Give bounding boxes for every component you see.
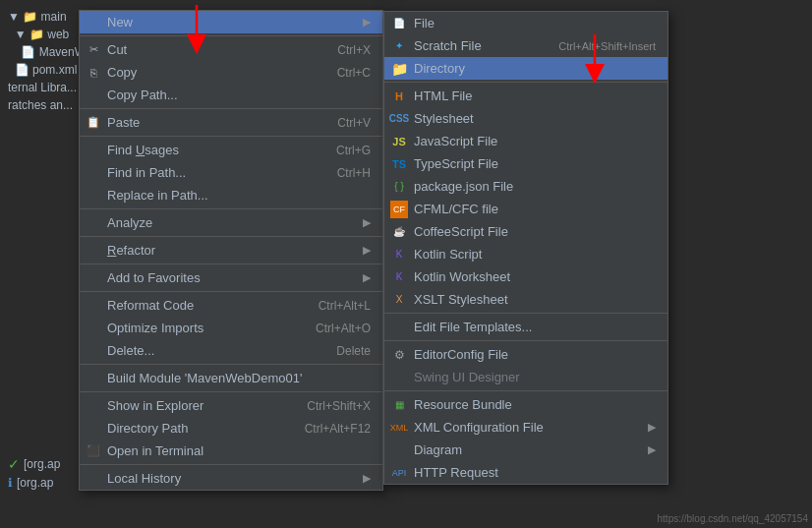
- submenu-cfml-label: CFML/CFC file: [414, 202, 656, 216]
- submenu-coffee-label: CoffeeScript File: [414, 224, 656, 239]
- http-icon: API: [390, 464, 408, 482]
- submenu-pkg-label: package.json File: [414, 179, 656, 194]
- info-icon: ℹ: [8, 476, 13, 490]
- submenu-item-kotlin-ws[interactable]: K Kotlin Worksheet: [384, 265, 667, 288]
- menu-item-find-path[interactable]: Find in Path... Ctrl+H: [80, 161, 382, 184]
- menu-copy-path-label: Copy Path...: [107, 88, 371, 102]
- submenu-item-scratch[interactable]: ✦ Scratch File Ctrl+Alt+Shift+Insert: [384, 34, 667, 57]
- submenu-item-pkg[interactable]: { } package.json File: [384, 175, 667, 198]
- menu-item-new[interactable]: New ▶: [80, 11, 382, 33]
- file-icon: 📄: [390, 15, 408, 32]
- menu-show-explorer-shortcut: Ctrl+Shift+X: [307, 399, 371, 413]
- menu-item-dir-path[interactable]: Directory Path Ctrl+Alt+F12: [80, 417, 382, 440]
- submenu-item-edit-templates[interactable]: Edit File Templates...: [384, 316, 667, 338]
- coffee-icon: ☕: [390, 223, 408, 241]
- submenu-editorconfig-label: EditorConfig File: [414, 347, 656, 362]
- submenu-item-xml-config[interactable]: XML XML Configuration File ▶: [384, 416, 667, 439]
- editorconfig-icon: ⚙: [390, 346, 408, 364]
- menu-sep-7: [80, 291, 382, 292]
- scratch-icon: ✦: [390, 37, 408, 55]
- submenu-kotlin-label: Kotlin Script: [414, 247, 656, 262]
- menu-find-path-shortcut: Ctrl+H: [337, 166, 371, 180]
- menu-item-find-usages[interactable]: Find Usages Ctrl+G: [80, 139, 382, 161]
- menu-sep-5: [80, 236, 382, 237]
- menu-open-terminal-label: Open in Terminal: [107, 443, 371, 458]
- submenu-scratch-label: Scratch File: [414, 38, 558, 53]
- submenu-js-label: JavaScript File: [414, 134, 656, 148]
- menu-item-analyze[interactable]: Analyze ▶: [80, 211, 382, 234]
- submenu-diagram-arrow: ▶: [648, 443, 656, 456]
- menu-item-paste[interactable]: 📋 Paste Ctrl+V: [80, 111, 382, 134]
- menu-item-build-module[interactable]: Build Module 'MavenWebDemo01': [80, 367, 382, 389]
- xslt-icon: X: [390, 291, 408, 309]
- menu-find-path-label: Find in Path...: [107, 165, 318, 180]
- menu-item-delete[interactable]: Delete... Delete: [80, 339, 382, 362]
- menu-item-refactor[interactable]: Refactor ▶: [80, 239, 382, 262]
- menu-add-favorites-arrow: ▶: [363, 271, 371, 284]
- terminal-icon: ⬛: [86, 443, 101, 459]
- menu-dir-path-label: Directory Path: [107, 421, 285, 436]
- menu-item-replace-path[interactable]: Replace in Path...: [80, 184, 382, 206]
- checkmark-icon: ✓: [8, 456, 20, 472]
- watermark-text: https://blog.csdn.net/qq_42057154: [658, 513, 808, 524]
- submenu-item-ts[interactable]: TS TypeScript File: [384, 152, 667, 175]
- menu-show-explorer-label: Show in Explorer: [107, 398, 287, 413]
- kotlin-icon: K: [390, 246, 408, 264]
- directory-icon: 📁: [390, 60, 408, 78]
- menu-new-label: New: [107, 15, 355, 29]
- submenu-sep-1: [384, 82, 667, 83]
- menu-item-local-history[interactable]: Local History ▶: [80, 467, 382, 490]
- menu-replace-path-label: Replace in Path...: [107, 188, 371, 203]
- menu-sep-6: [80, 264, 382, 264]
- menu-sep-1: [80, 35, 382, 36]
- menu-optimize-label: Optimize Imports: [107, 321, 296, 335]
- resource-icon: ▦: [390, 396, 408, 414]
- submenu-item-xslt[interactable]: X XSLT Stylesheet: [384, 288, 667, 311]
- menu-item-show-explorer[interactable]: Show in Explorer Ctrl+Shift+X: [80, 394, 382, 417]
- submenu-resource-label: Resource Bundle: [414, 397, 656, 412]
- menu-item-copy-path[interactable]: Copy Path...: [80, 84, 382, 106]
- submenu-item-diagram[interactable]: Diagram ▶: [384, 439, 667, 461]
- menu-local-history-arrow: ▶: [363, 472, 371, 485]
- menu-item-cut[interactable]: ✂ Cut Ctrl+X: [80, 38, 382, 61]
- submenu-item-kotlin[interactable]: K Kotlin Script: [384, 243, 667, 265]
- submenu-item-coffee[interactable]: ☕ CoffeeScript File: [384, 220, 667, 243]
- menu-build-module-label: Build Module 'MavenWebDemo01': [107, 371, 371, 385]
- submenu-item-http[interactable]: API HTTP Request: [384, 461, 667, 484]
- menu-cut-shortcut: Ctrl+X: [337, 43, 371, 57]
- cut-icon: ✂: [86, 42, 101, 58]
- menu-delete-label: Delete...: [107, 343, 317, 358]
- menu-sep-10: [80, 464, 382, 465]
- submenu-item-cfml[interactable]: CF CFML/CFC file: [384, 198, 667, 220]
- menu-item-reformat[interactable]: Reformat Code Ctrl+Alt+L: [80, 294, 382, 317]
- submenu-item-html[interactable]: H HTML File: [384, 85, 667, 107]
- menu-item-copy[interactable]: ⎘ Copy Ctrl+C: [80, 61, 382, 84]
- menu-copy-shortcut: Ctrl+C: [337, 66, 371, 80]
- menu-item-open-terminal[interactable]: ⬛ Open in Terminal: [80, 440, 382, 462]
- menu-analyze-label: Analyze: [107, 215, 355, 230]
- submenu-item-css[interactable]: CSS Stylesheet: [384, 107, 667, 130]
- submenu-css-label: Stylesheet: [414, 111, 656, 126]
- menu-item-optimize[interactable]: Optimize Imports Ctrl+Alt+O: [80, 317, 382, 339]
- submenu-item-js[interactable]: JS JavaScript File: [384, 130, 667, 152]
- menu-reformat-shortcut: Ctrl+Alt+L: [319, 299, 371, 313]
- submenu-directory-label: Directory: [414, 61, 656, 76]
- submenu-item-resource[interactable]: ▦ Resource Bundle: [384, 393, 667, 416]
- submenu-item-file[interactable]: 📄 File: [384, 12, 667, 34]
- submenu-html-label: HTML File: [414, 88, 656, 103]
- menu-sep-4: [80, 208, 382, 209]
- js-icon: JS: [390, 133, 408, 150]
- menu-paste-label: Paste: [107, 115, 318, 130]
- submenu-item-directory[interactable]: 📁 Directory: [384, 57, 667, 80]
- menu-item-add-favorites[interactable]: Add to Favorites ▶: [80, 266, 382, 289]
- submenu-file-label: File: [414, 16, 656, 30]
- pkg-icon: { }: [390, 178, 408, 196]
- menu-paste-shortcut: Ctrl+V: [337, 116, 371, 130]
- submenu-xml-config-label: XML Configuration File: [414, 420, 648, 435]
- submenu-xml-config-arrow: ▶: [648, 421, 656, 434]
- kotlin-ws-icon: K: [390, 268, 408, 286]
- menu-refactor-arrow: ▶: [363, 244, 371, 257]
- submenu-scratch-shortcut: Ctrl+Alt+Shift+Insert: [558, 40, 656, 52]
- submenu-item-editorconfig[interactable]: ⚙ EditorConfig File: [384, 343, 667, 366]
- submenu-item-swing: Swing UI Designer: [384, 366, 667, 388]
